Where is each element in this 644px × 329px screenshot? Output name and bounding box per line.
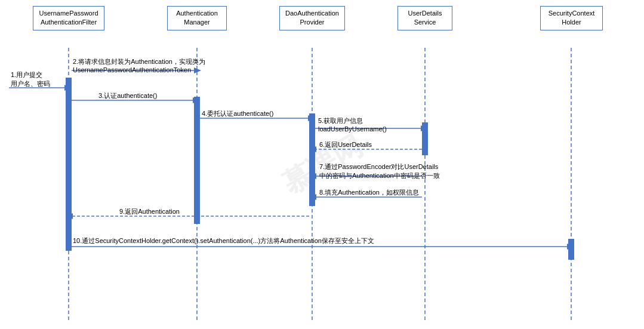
- msg2-label: 2.将请求信息封装为Authentication，实现类为UsernamePas…: [73, 57, 205, 73]
- msg9-label: 9.返回Authentication: [119, 207, 180, 216]
- svg-rect-5: [66, 78, 72, 251]
- msg1-label: 1.用户提交用户名、密码: [11, 70, 50, 89]
- svg-rect-6: [194, 97, 200, 224]
- msg5-label: 5.获取用户信息loadUserByUsername(): [318, 116, 387, 133]
- svg-rect-9: [568, 239, 574, 260]
- msg8-label: 8.填充Authentication，如权限信息: [319, 188, 419, 197]
- msg6-label: 6.返回UserDetails: [319, 140, 372, 149]
- msg4-label: 4.委托认证authenticate(): [202, 109, 273, 118]
- sequence-diagram: 慕课网 UsernamePassword AuthenticationFilte…: [0, 0, 644, 329]
- msg3-label: 3.认证authenticate(): [98, 91, 157, 100]
- msg10-label: 10.通过SecurityContextHolder.getContext().…: [73, 236, 374, 245]
- svg-rect-7: [309, 113, 315, 206]
- msg7-label: 7.通过PasswordEncoder对比UserDetails中的密码与Aut…: [319, 162, 440, 180]
